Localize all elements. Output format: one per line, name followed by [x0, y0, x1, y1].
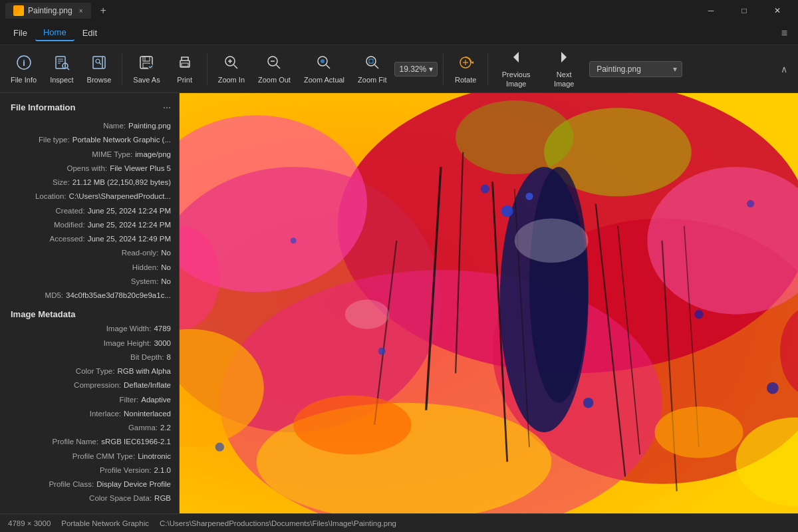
svg-point-28: [366, 57, 376, 66]
svg-point-70: [293, 396, 411, 455]
svg-point-64: [378, 348, 386, 355]
close-tab-button[interactable]: ×: [79, 7, 83, 15]
painting-image: [180, 93, 798, 513]
prev-image-icon: [508, 49, 524, 68]
sidebar-menu-icon[interactable]: ⋯: [163, 103, 171, 112]
image-metadata-section: Image Width: 4789 Image Height: 3000 Bit…: [0, 322, 179, 505]
info-row-system: System: No: [8, 275, 171, 289]
rotate-label: Rotate: [455, 76, 476, 84]
svg-line-10: [99, 63, 101, 65]
svg-line-19: [233, 65, 237, 68]
svg-point-66: [291, 237, 297, 243]
svg-line-29: [374, 65, 378, 68]
separator-3: [443, 53, 444, 85]
zoom-actual-label: Zoom Actual: [304, 76, 344, 84]
svg-point-61: [525, 193, 533, 200]
image-viewer[interactable]: [180, 93, 798, 513]
svg-marker-36: [561, 52, 567, 63]
print-button[interactable]: Print: [168, 52, 201, 86]
zoom-actual-icon: [316, 55, 332, 73]
main-area: File Information ⋯ Name: Painting.png Fi…: [0, 93, 798, 513]
file-info-icon: i: [16, 55, 32, 73]
next-image-label: Next Image: [547, 70, 581, 88]
info-row-filetype: File type: Portable Network Graphic (...: [8, 133, 171, 147]
meta-row-filter: Filter: Adaptive: [8, 393, 171, 407]
zoom-out-icon: [266, 55, 282, 73]
meta-row-gamma: Gamma: 2.2: [8, 421, 171, 435]
status-path: C:\Users\SharpenedProductions\Documents\…: [160, 519, 396, 527]
zoom-out-button[interactable]: Zoom Out: [253, 52, 296, 86]
save-as-icon: [138, 55, 154, 73]
file-info-section-title: File Information: [11, 102, 76, 112]
svg-rect-30: [369, 59, 373, 63]
menu-bar: File Home Edit ≡: [0, 21, 798, 45]
next-image-icon: [556, 49, 572, 68]
svg-rect-17: [182, 63, 188, 66]
rotate-icon: [458, 55, 473, 73]
meta-row-colortype: Color Type: RGB with Alpha: [8, 364, 171, 378]
meta-row-profileversion: Profile Version: 2.1.0: [8, 464, 171, 477]
svg-point-68: [767, 382, 779, 394]
file-info-button[interactable]: i File Info: [5, 52, 42, 86]
info-row-readonly: Read-only: No: [8, 246, 171, 260]
info-row-opens-with: Opens with: File Viewer Plus 5: [8, 162, 171, 176]
rotate-button[interactable]: Rotate: [449, 52, 482, 86]
svg-line-4: [67, 68, 69, 70]
inspect-button[interactable]: Inspect: [45, 52, 78, 86]
inspect-label: Inspect: [50, 76, 73, 84]
menu-file[interactable]: File: [5, 25, 35, 41]
svg-point-69: [215, 443, 224, 452]
close-window-button[interactable]: ✕: [762, 0, 793, 21]
info-row-created: Created: June 25, 2024 12:24 PM: [8, 204, 171, 218]
image-select[interactable]: Painting.png: [589, 61, 682, 77]
status-dimensions: 4789 × 3000: [8, 519, 51, 527]
active-tab[interactable]: Painting.png ×: [5, 3, 91, 19]
status-format: Portable Network Graphic: [61, 519, 149, 527]
svg-point-71: [654, 406, 743, 458]
zoom-dropdown[interactable]: 19.32% ▾: [394, 62, 438, 76]
svg-point-50: [529, 167, 589, 403]
collapse-button[interactable]: ∧: [775, 61, 793, 77]
zoom-fit-button[interactable]: Zoom Fit: [352, 52, 392, 86]
sidebar: File Information ⋯ Name: Painting.png Fi…: [0, 93, 180, 513]
info-row-accessed: Accessed: June 25, 2024 12:49 PM: [8, 232, 171, 246]
new-tab-button[interactable]: +: [96, 3, 110, 18]
svg-point-27: [321, 59, 325, 63]
info-row-hidden: Hidden: No: [8, 261, 171, 275]
prev-image-button[interactable]: Previous Image: [493, 47, 539, 90]
maximize-button[interactable]: □: [729, 0, 759, 21]
save-as-button[interactable]: Save As: [128, 52, 165, 86]
meta-row-width: Image Width: 4789: [8, 322, 171, 336]
zoom-value: 19.32%: [399, 65, 426, 74]
meta-row-profileclass: Profile Class: Display Device Profile: [8, 477, 171, 491]
meta-row-profilecmm: Profile CMM Type: Linotronic: [8, 450, 171, 464]
zoom-in-button[interactable]: Zoom In: [213, 52, 250, 86]
title-bar-left: Painting.png × +: [5, 3, 110, 19]
toolbar: i File Info Inspect Browse: [0, 45, 798, 93]
zoom-actual-button[interactable]: Zoom Actual: [299, 52, 350, 86]
info-row-name: Name: Painting.png: [8, 119, 171, 133]
hamburger-menu[interactable]: ≡: [776, 25, 793, 42]
status-bar: 4789 × 3000 Portable Network Graphic C:\…: [0, 513, 798, 532]
browse-button[interactable]: Browse: [82, 52, 117, 86]
menu-edit[interactable]: Edit: [74, 25, 105, 41]
zoom-out-label: Zoom Out: [258, 76, 291, 84]
svg-point-67: [747, 200, 754, 207]
file-info-section: Name: Painting.png File type: Portable N…: [0, 119, 179, 303]
info-row-location: Location: C:\Users\SharpenedProduct...: [8, 190, 171, 203]
svg-point-60: [501, 205, 513, 217]
meta-row-profilename: Profile Name: sRGB IEC61966-2.1: [8, 435, 171, 449]
sidebar-file-info-header: File Information ⋯: [0, 98, 179, 116]
svg-text:i: i: [23, 58, 25, 68]
meta-row-colorspacedata: Color Space Data: RGB: [8, 491, 171, 505]
print-icon: [177, 55, 193, 73]
save-as-label: Save As: [133, 76, 160, 84]
meta-row-compression: Compression: Deflate/Inflate: [8, 378, 171, 392]
menu-home[interactable]: Home: [35, 25, 74, 41]
svg-marker-35: [513, 52, 519, 63]
tab-title: Painting.png: [28, 6, 72, 15]
minimize-button[interactable]: ─: [696, 0, 726, 21]
next-image-button[interactable]: Next Image: [541, 47, 587, 90]
svg-point-63: [583, 398, 594, 408]
svg-rect-8: [93, 57, 102, 68]
